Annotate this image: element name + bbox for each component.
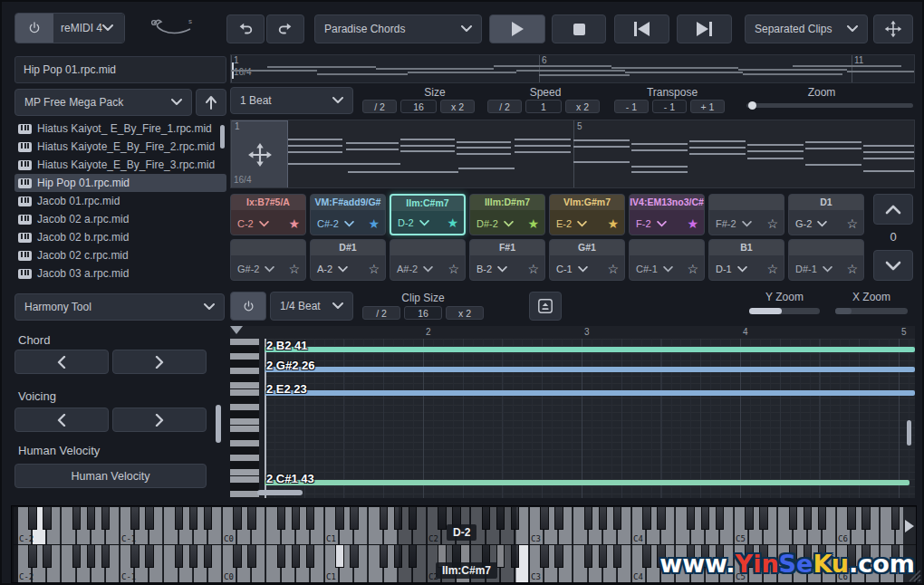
piano-key-black[interactable] (554, 507, 563, 530)
clip-name-field[interactable]: Hip Pop 01.rpc.mid (14, 56, 226, 83)
piano-key-black[interactable] (613, 507, 622, 530)
midi-note[interactable] (265, 347, 915, 352)
piano-key-black[interactable] (43, 545, 52, 568)
piano-key-black[interactable] (189, 507, 198, 530)
piano-key-black[interactable] (204, 507, 213, 530)
midi-note[interactable] (265, 367, 915, 372)
chord-next-button[interactable] (112, 350, 207, 374)
chord-cell[interactable]: G#-2☆ (230, 239, 306, 281)
midi-file-item[interactable]: Hiatus Kaiyote_E_By_Fire_3.rpc.mid (14, 156, 226, 174)
favorite-star[interactable]: ★ (368, 217, 380, 230)
piano-key-black[interactable] (130, 507, 140, 530)
piano-key-black[interactable] (101, 545, 111, 568)
piano-key-black[interactable] (145, 545, 154, 568)
move-tool-button[interactable] (873, 14, 913, 43)
chord-cell[interactable]: Ix:B7#5/AC-2★ (230, 194, 306, 235)
chord-cell[interactable]: D#-1☆ (788, 239, 864, 281)
favorite-star[interactable]: ☆ (846, 217, 858, 230)
chevron-down-icon[interactable] (737, 266, 747, 273)
skip-to-end-button[interactable] (677, 14, 732, 43)
midi-file-item[interactable]: Jacob 01.rpc.mid (14, 192, 226, 210)
transpose-value[interactable]: - 1 (652, 100, 687, 113)
piano-key-black[interactable] (350, 507, 359, 530)
parent-folder-button[interactable] (196, 89, 226, 116)
favorite-star[interactable]: ☆ (448, 263, 459, 275)
chord-cell[interactable]: C#-1☆ (629, 239, 705, 281)
chord-cell[interactable]: F#1B-2☆ (469, 239, 545, 281)
speed-halve-button[interactable]: / 2 (487, 100, 522, 113)
piano-key-black[interactable] (847, 507, 856, 530)
piano-key-black[interactable] (716, 507, 725, 530)
chord-cell[interactable]: IIm:C#m7D-2★ (390, 194, 466, 235)
chevron-down-icon[interactable] (265, 266, 274, 273)
piano-roll[interactable]: 2345 2 B2 412 G#2 262 E2 232 C#1 43 (230, 326, 915, 498)
piano-key-black[interactable] (72, 507, 82, 530)
chord-cell[interactable]: VM:F#add9/G#C#-2★ (310, 194, 386, 235)
favorite-star[interactable]: ★ (687, 217, 698, 230)
midi-note[interactable] (265, 390, 915, 396)
pattern-beat-dropdown[interactable]: 1 Beat (230, 87, 353, 114)
piano-key-black[interactable] (701, 507, 710, 530)
favorite-star[interactable]: ☆ (607, 263, 619, 275)
octave-shift-down-button[interactable] (873, 250, 913, 281)
pack-dropdown[interactable]: MP Free Mega Pack (14, 89, 192, 116)
zoom-slider[interactable] (746, 103, 913, 108)
favorite-star[interactable]: ☆ (766, 217, 778, 230)
favorite-star[interactable]: ☆ (687, 263, 698, 275)
trigger-keyboard[interactable]: C-2C-1C0C1C2C3C4C5C6D-2 (14, 507, 903, 544)
tool-dropdown[interactable]: Harmony Tool (14, 293, 225, 321)
chevron-down-icon[interactable] (742, 221, 752, 227)
roll-grid[interactable]: 2 B2 412 G#2 262 E2 232 C#1 43 (265, 339, 915, 498)
zoom-slider-thumb[interactable] (748, 101, 756, 110)
roll-beat-dropdown[interactable]: 1/4 Beat (270, 292, 353, 321)
chevron-down-icon[interactable] (577, 221, 587, 227)
chevron-down-icon[interactable] (423, 266, 433, 273)
piano-key-black[interactable] (380, 507, 389, 530)
x-zoom-thumb[interactable] (835, 308, 852, 314)
human-velocity-button[interactable]: Human Velocity (14, 464, 207, 488)
chevron-down-icon[interactable] (578, 266, 588, 273)
chevron-down-icon[interactable] (657, 221, 667, 227)
export-drag-button[interactable] (529, 292, 562, 321)
favorite-star[interactable]: ☆ (846, 263, 858, 275)
speed-double-button[interactable]: x 2 (565, 100, 600, 113)
piano-key-black[interactable] (642, 507, 651, 530)
piano-key-black[interactable] (818, 507, 827, 530)
size-halve-button[interactable]: / 2 (362, 100, 397, 113)
piano-key-black[interactable] (599, 507, 608, 530)
piano-key-black[interactable] (292, 545, 301, 568)
piano-key-black[interactable] (189, 545, 198, 568)
chevron-down-icon[interactable] (259, 221, 269, 227)
stop-button[interactable] (552, 14, 606, 43)
piano-key-black[interactable] (335, 545, 344, 568)
roll-power-button[interactable] (230, 292, 266, 321)
chevron-down-icon[interactable] (344, 221, 354, 227)
piano-key-black[interactable] (306, 507, 315, 530)
midi-file-item[interactable]: Hiatus Kaiyot_ E_By_Fire_1.rpc.mid (14, 120, 226, 138)
transpose-down-button[interactable]: - 1 (614, 100, 649, 113)
chord-cell[interactable]: F#-2☆ (708, 194, 784, 235)
file-list-scrollbar[interactable] (220, 125, 225, 149)
keyboard-scroll-right-top[interactable] (903, 507, 916, 544)
midi-file-item[interactable]: Hip Pop 01.rpc.mid (14, 174, 226, 192)
size-value[interactable]: 16 (400, 100, 437, 113)
piano-key-black[interactable] (43, 507, 52, 530)
piano-key-black[interactable] (145, 507, 154, 530)
piano-key-black[interactable] (28, 507, 37, 530)
chord-cell[interactable]: A#-2☆ (390, 239, 466, 281)
chord-prev-button[interactable] (14, 350, 109, 374)
piano-key-black[interactable] (350, 545, 359, 568)
favorite-star[interactable]: ★ (607, 217, 619, 230)
piano-key-black[interactable] (584, 545, 593, 568)
favorite-star[interactable]: ☆ (766, 263, 778, 275)
piano-key-black[interactable] (554, 545, 563, 568)
piano-key-black[interactable] (540, 545, 549, 568)
voicing-next-button[interactable] (112, 408, 207, 432)
midi-file-item[interactable]: Jacob 03 a.rpc.mid (14, 264, 226, 283)
chord-cell[interactable]: B1D-1☆ (708, 239, 784, 281)
piano-key-black[interactable] (540, 507, 549, 530)
chevron-down-icon[interactable] (497, 266, 507, 273)
piano-key-black[interactable] (292, 507, 301, 530)
piano-key-black[interactable] (584, 507, 593, 530)
y-zoom-thumb[interactable] (749, 308, 782, 314)
